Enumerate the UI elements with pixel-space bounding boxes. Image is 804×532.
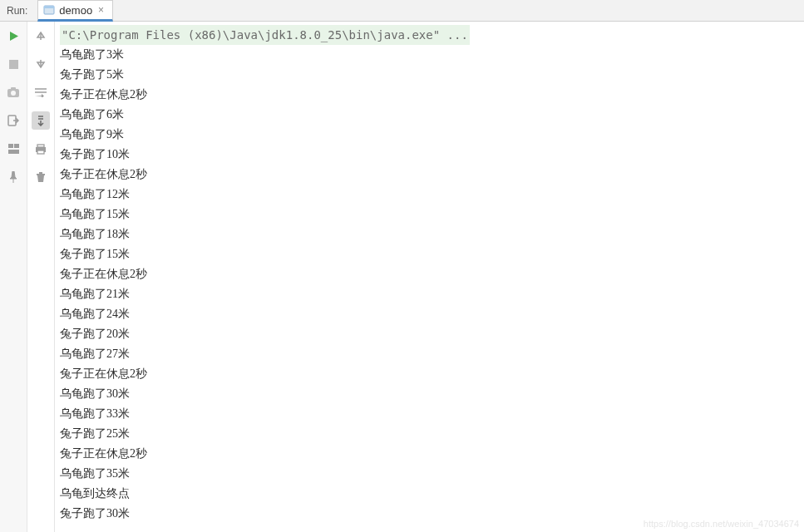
run-toolbar-left: [0, 22, 27, 532]
output-line: 兔子跑了20米: [60, 324, 799, 344]
output-line: 乌龟跑了6米: [60, 105, 799, 125]
java-app-icon: [43, 4, 55, 16]
output-line: 乌龟跑了15米: [60, 204, 799, 224]
svg-rect-18: [39, 172, 42, 174]
svg-rect-15: [37, 145, 44, 147]
output-line: 乌龟跑了12米: [60, 185, 799, 204]
output-line: 兔子跑了25米: [60, 424, 799, 444]
camera-icon[interactable]: [4, 83, 22, 101]
tool-window-body: "C:\Program Files (x86)\Java\jdk1.8.0_25…: [0, 22, 804, 532]
output-line: 乌龟跑了18米: [60, 224, 799, 244]
output-line: 兔子正在休息2秒: [60, 165, 799, 185]
print-icon[interactable]: [32, 140, 50, 158]
svg-rect-16: [37, 150, 44, 154]
run-tab[interactable]: demoo ×: [37, 0, 113, 22]
output-line: 乌龟跑了35米: [60, 464, 799, 484]
close-icon[interactable]: ×: [96, 5, 106, 15]
output-line: 乌龟跑了24米: [60, 304, 799, 324]
run-label: Run:: [7, 5, 37, 17]
run-icon[interactable]: [4, 27, 22, 45]
output-line: 兔子正在休息2秒: [60, 364, 799, 384]
output-line: 兔子跑了15米: [60, 244, 799, 264]
svg-rect-17: [37, 174, 45, 175]
output-line: 兔子正在休息2秒: [60, 444, 799, 464]
stop-icon[interactable]: [4, 55, 22, 73]
output-line: 乌龟跑了3米: [60, 45, 799, 65]
layout-icon[interactable]: [4, 140, 22, 158]
output-line: 乌龟跑了27米: [60, 344, 799, 364]
pin-icon[interactable]: [4, 168, 22, 186]
trash-icon[interactable]: [32, 168, 50, 186]
svg-rect-2: [9, 60, 18, 69]
exit-icon[interactable]: [4, 111, 22, 130]
svg-rect-1: [44, 6, 54, 8]
output-line: 乌龟跑了30米: [60, 384, 799, 404]
output-line: 乌龟跑了21米: [60, 284, 799, 304]
svg-rect-5: [11, 87, 16, 90]
console-toolbar: [27, 22, 55, 532]
output-line: 兔子正在休息2秒: [60, 85, 799, 105]
soft-wrap-icon[interactable]: [32, 83, 50, 101]
down-icon[interactable]: [32, 55, 50, 73]
output-line: 兔子正在休息2秒: [60, 264, 799, 284]
output-line: 乌龟到达终点: [60, 484, 799, 504]
output-line: 乌龟跑了33米: [60, 404, 799, 424]
svg-rect-9: [8, 150, 19, 154]
svg-rect-7: [8, 144, 13, 148]
tab-label: demoo: [59, 4, 92, 17]
output-line: 乌龟跑了9米: [60, 125, 799, 145]
output-line: 兔子跑了5米: [60, 65, 799, 85]
svg-point-4: [11, 91, 16, 96]
tool-window-header: Run: demoo ×: [0, 0, 804, 22]
command-line: "C:\Program Files (x86)\Java\jdk1.8.0_25…: [60, 25, 470, 45]
scroll-to-end-icon[interactable]: [32, 111, 50, 130]
output-line: 兔子跑了30米: [60, 504, 799, 524]
output-line: 兔子跑了10米: [60, 145, 799, 165]
svg-rect-8: [14, 144, 19, 148]
console-output[interactable]: "C:\Program Files (x86)\Java\jdk1.8.0_25…: [55, 22, 804, 532]
up-icon[interactable]: [32, 27, 50, 45]
